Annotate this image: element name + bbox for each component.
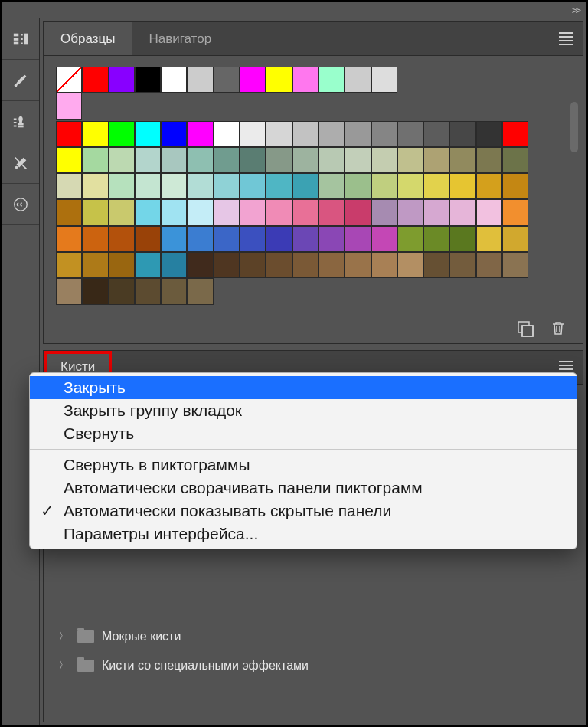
swatch[interactable] — [187, 226, 213, 252]
swatch[interactable] — [397, 173, 423, 199]
swatch[interactable] — [345, 173, 371, 199]
swatch[interactable] — [476, 199, 502, 225]
swatch[interactable] — [187, 173, 213, 199]
swatch[interactable] — [135, 252, 161, 278]
swatch[interactable] — [109, 278, 135, 304]
swatch[interactable] — [371, 173, 397, 199]
swatch[interactable] — [187, 252, 213, 278]
expand-panels-icon[interactable]: >> — [572, 5, 579, 16]
swatch[interactable] — [82, 226, 108, 252]
swatch[interactable] — [449, 121, 475, 147]
swatch[interactable] — [214, 121, 240, 147]
brush-folder-row[interactable]: 〉 Кисти со специальными эффектами — [53, 651, 573, 680]
swatch[interactable] — [240, 252, 266, 278]
swatch[interactable] — [423, 147, 449, 173]
tab-navigator[interactable]: Навигатор — [132, 22, 228, 55]
swatch[interactable] — [476, 226, 502, 252]
swatch[interactable] — [371, 252, 397, 278]
swatch[interactable] — [502, 199, 528, 225]
swatch[interactable] — [82, 147, 108, 173]
swatch[interactable] — [397, 252, 423, 278]
swatch[interactable] — [502, 226, 528, 252]
swatch[interactable] — [82, 67, 108, 93]
sidebar-item-brush[interactable] — [2, 60, 39, 101]
swatch[interactable] — [449, 226, 475, 252]
swatch[interactable] — [109, 199, 135, 225]
swatch[interactable] — [56, 93, 82, 119]
swatch[interactable] — [214, 147, 240, 173]
swatch[interactable] — [318, 252, 345, 278]
swatch[interactable] — [161, 226, 187, 252]
swatch[interactable] — [397, 147, 423, 173]
swatch[interactable] — [423, 199, 449, 225]
swatch[interactable] — [109, 173, 135, 199]
swatch[interactable] — [135, 67, 161, 93]
swatch[interactable] — [214, 67, 240, 93]
swatch[interactable] — [318, 199, 345, 225]
swatch[interactable] — [318, 226, 345, 252]
swatch[interactable] — [449, 147, 475, 173]
swatch[interactable] — [266, 199, 292, 225]
swatch[interactable] — [214, 252, 240, 278]
swatch[interactable] — [292, 252, 318, 278]
swatch[interactable] — [345, 252, 371, 278]
menu-item-interface-options[interactable]: Параметры интерфейса... — [30, 522, 577, 545]
panel-menu-button[interactable] — [549, 22, 583, 55]
swatch[interactable] — [292, 67, 318, 93]
swatch[interactable] — [56, 199, 82, 225]
swatch[interactable] — [82, 121, 108, 147]
swatch[interactable] — [161, 278, 187, 304]
swatch[interactable] — [371, 226, 397, 252]
swatch[interactable] — [187, 67, 213, 93]
swatch[interactable] — [345, 226, 371, 252]
swatch[interactable] — [292, 199, 318, 225]
swatch[interactable] — [318, 121, 345, 147]
sidebar-item-libraries[interactable] — [2, 18, 39, 60]
brush-folder-row[interactable]: 〉 Мокрые кисти — [53, 622, 573, 651]
swatch[interactable] — [56, 173, 82, 199]
swatch[interactable] — [476, 121, 502, 147]
swatch[interactable] — [476, 147, 502, 173]
swatch[interactable] — [187, 121, 213, 147]
swatch[interactable] — [371, 199, 397, 225]
swatch[interactable] — [109, 121, 135, 147]
swatch[interactable] — [187, 147, 213, 173]
swatch[interactable] — [161, 173, 187, 199]
swatch[interactable] — [240, 67, 266, 93]
swatch[interactable] — [345, 199, 371, 225]
swatch[interactable] — [214, 199, 240, 225]
swatch[interactable] — [266, 147, 292, 173]
swatch[interactable] — [397, 121, 423, 147]
swatch[interactable] — [318, 147, 345, 173]
swatch[interactable] — [266, 173, 292, 199]
swatch[interactable] — [292, 147, 318, 173]
swatch[interactable] — [502, 121, 528, 147]
menu-item-close-tab-group[interactable]: Закрыть группу вкладок — [30, 399, 577, 422]
menu-item-minimize[interactable]: Свернуть — [30, 422, 577, 445]
swatch[interactable] — [423, 121, 449, 147]
swatch[interactable] — [56, 121, 82, 147]
swatch[interactable] — [502, 173, 528, 199]
swatch[interactable] — [449, 199, 475, 225]
menu-item-close[interactable]: Закрыть — [30, 376, 577, 399]
menu-item-auto-show-hidden[interactable]: ✓ Автоматически показывать скрытые панел… — [30, 499, 577, 522]
swatch[interactable] — [345, 67, 371, 93]
swatch[interactable] — [109, 67, 135, 93]
swatch[interactable] — [423, 226, 449, 252]
swatch[interactable] — [397, 226, 423, 252]
swatch[interactable] — [214, 173, 240, 199]
swatch[interactable] — [161, 67, 187, 93]
new-swatch-icon[interactable] — [515, 319, 534, 337]
swatch[interactable] — [161, 121, 187, 147]
swatch[interactable] — [56, 226, 82, 252]
swatch[interactable] — [135, 199, 161, 225]
swatch[interactable] — [449, 173, 475, 199]
swatch[interactable] — [56, 252, 82, 278]
swatch[interactable] — [135, 173, 161, 199]
sidebar-item-tools[interactable] — [2, 142, 39, 184]
swatch[interactable] — [109, 147, 135, 173]
swatch[interactable] — [318, 67, 345, 93]
swatch[interactable] — [56, 147, 82, 173]
swatch[interactable] — [266, 226, 292, 252]
swatch[interactable] — [240, 147, 266, 173]
